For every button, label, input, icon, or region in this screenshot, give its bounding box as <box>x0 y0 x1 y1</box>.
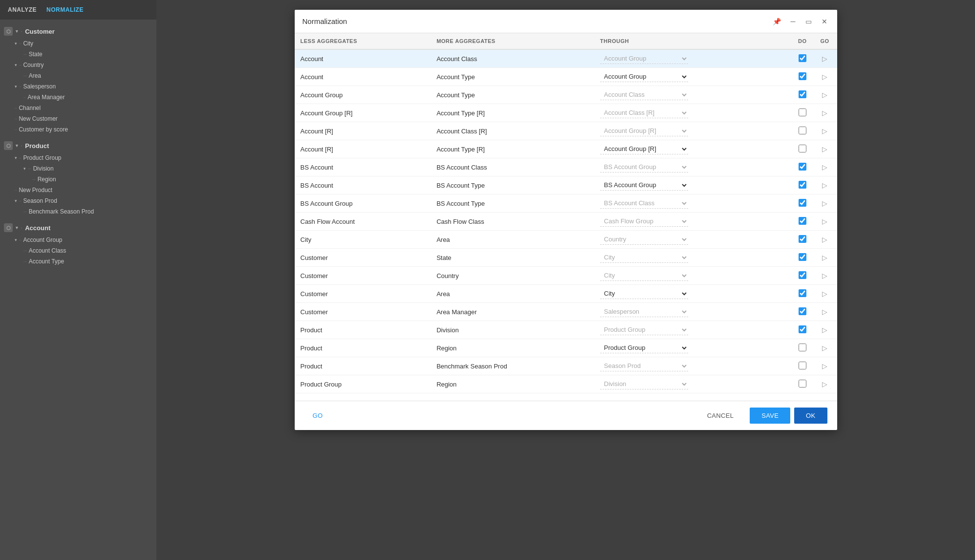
sidebar-item-product[interactable]: ⬡ ▾ · Product <box>0 139 156 152</box>
through-cell[interactable]: Account Group <box>594 49 792 68</box>
do-cell[interactable] <box>792 176 813 194</box>
do-checkbox[interactable] <box>799 253 806 261</box>
through-cell[interactable]: Account Group [R] <box>594 122 792 140</box>
go-arrow-icon[interactable]: ▷ <box>822 326 827 334</box>
close-button[interactable]: ✕ <box>820 17 829 26</box>
through-cell[interactable]: City <box>594 285 792 303</box>
go-cell[interactable]: ▷ <box>813 176 837 194</box>
go-cell[interactable]: ▷ <box>813 285 837 303</box>
restore-button[interactable]: ▭ <box>803 17 814 26</box>
go-arrow-icon[interactable]: ▷ <box>822 362 827 370</box>
sidebar-item-customer-score[interactable]: ·· Customer by score <box>0 124 156 135</box>
do-cell[interactable] <box>792 249 813 267</box>
through-cell[interactable]: Account Group [R] <box>594 140 792 158</box>
sidebar-item-area[interactable]: ··· Area <box>0 70 156 81</box>
sidebar-item-region[interactable]: ··· Region <box>0 174 156 185</box>
go-arrow-icon[interactable]: ▷ <box>822 91 827 99</box>
nav-normalize[interactable]: NORMALIZE <box>46 6 84 13</box>
do-checkbox[interactable] <box>799 217 806 225</box>
sidebar-item-area-manager[interactable]: ·· Area Manager <box>0 92 156 103</box>
go-arrow-icon[interactable]: ▷ <box>822 272 827 280</box>
go-cell[interactable]: ▷ <box>813 68 837 86</box>
sidebar-item-salesperson[interactable]: ▾ ·· Salesperson <box>0 81 156 92</box>
sidebar-item-account[interactable]: ⬡ ▾ · Account <box>0 221 156 235</box>
go-cell[interactable]: ▷ <box>813 158 837 176</box>
go-arrow-icon[interactable]: ▷ <box>822 380 827 388</box>
through-select[interactable]: City <box>600 252 688 263</box>
go-arrow-icon[interactable]: ▷ <box>822 199 827 207</box>
through-select[interactable]: Cash Flow Group <box>600 216 688 227</box>
go-cell[interactable]: ▷ <box>813 194 837 213</box>
do-checkbox[interactable] <box>799 127 806 134</box>
do-cell[interactable] <box>792 213 813 231</box>
through-cell[interactable]: Product Group <box>594 321 792 339</box>
go-cell[interactable]: ▷ <box>813 375 837 393</box>
go-cell[interactable]: ▷ <box>813 49 837 68</box>
ok-button[interactable]: OK <box>794 408 827 424</box>
minimize-button[interactable]: ─ <box>789 17 798 26</box>
sidebar-item-new-customer[interactable]: ·· New Customer <box>0 113 156 124</box>
through-select[interactable]: Division <box>600 379 688 389</box>
do-cell[interactable] <box>792 375 813 393</box>
through-cell[interactable]: Country <box>594 231 792 249</box>
do-checkbox[interactable] <box>799 380 806 388</box>
through-select[interactable]: Account Group <box>600 71 688 82</box>
go-cell[interactable]: ▷ <box>813 249 837 267</box>
through-cell[interactable]: Division <box>594 375 792 393</box>
go-arrow-icon[interactable]: ▷ <box>822 163 827 171</box>
do-cell[interactable] <box>792 339 813 357</box>
go-cell[interactable]: ▷ <box>813 213 837 231</box>
do-checkbox[interactable] <box>799 344 806 351</box>
do-cell[interactable] <box>792 140 813 158</box>
go-cell[interactable]: ▷ <box>813 122 837 140</box>
through-cell[interactable]: BS Account Group <box>594 176 792 194</box>
go-cell[interactable]: ▷ <box>813 303 837 321</box>
sidebar-item-division[interactable]: ▾ ··· Division <box>0 163 156 174</box>
do-cell[interactable] <box>792 285 813 303</box>
through-select[interactable]: Account Group [R] <box>600 126 688 136</box>
do-checkbox[interactable] <box>799 289 806 297</box>
through-select[interactable]: Product Group <box>600 324 688 335</box>
go-cell[interactable]: ▷ <box>813 321 837 339</box>
through-cell[interactable]: Salesperson <box>594 303 792 321</box>
through-cell[interactable]: Account Group <box>594 68 792 86</box>
go-cell[interactable]: ▷ <box>813 86 837 104</box>
do-checkbox[interactable] <box>799 362 806 369</box>
sidebar-item-customer[interactable]: ⬡ ▾ · Customer <box>0 24 156 38</box>
sidebar-item-account-group[interactable]: ▾ ·· Account Group <box>0 235 156 245</box>
do-cell[interactable] <box>792 357 813 375</box>
through-select[interactable]: Salesperson <box>600 306 688 317</box>
through-cell[interactable]: City <box>594 249 792 267</box>
go-button[interactable]: GO <box>304 408 331 424</box>
do-checkbox[interactable] <box>799 72 806 80</box>
go-cell[interactable]: ▷ <box>813 140 837 158</box>
sidebar-item-city[interactable]: ▾ ·· City <box>0 38 156 49</box>
do-cell[interactable] <box>792 158 813 176</box>
through-cell[interactable]: Account Class [R] <box>594 104 792 122</box>
do-checkbox[interactable] <box>799 307 806 315</box>
do-cell[interactable] <box>792 303 813 321</box>
sidebar-item-channel[interactable]: ·· Channel <box>0 103 156 113</box>
go-cell[interactable]: ▷ <box>813 339 837 357</box>
through-select[interactable]: Account Class [R] <box>600 108 688 118</box>
do-checkbox[interactable] <box>799 325 806 333</box>
do-checkbox[interactable] <box>799 108 806 116</box>
through-cell[interactable]: Cash Flow Group <box>594 213 792 231</box>
through-cell[interactable]: City <box>594 267 792 285</box>
through-select[interactable]: BS Account Group <box>600 162 688 172</box>
through-select[interactable]: BS Account Class <box>600 198 688 209</box>
save-button[interactable]: SAVE <box>750 408 790 424</box>
do-checkbox[interactable] <box>799 271 806 279</box>
through-select[interactable]: City <box>600 270 688 281</box>
pin-button[interactable]: 📌 <box>771 17 783 26</box>
do-checkbox[interactable] <box>799 181 806 189</box>
sidebar-item-account-class[interactable]: ··· Account Class <box>0 245 156 256</box>
sidebar-item-benchmark[interactable]: ··· Benchmark Season Prod <box>0 206 156 217</box>
sidebar-item-country[interactable]: ▾ ·· Country <box>0 60 156 70</box>
through-cell[interactable]: BS Account Class <box>594 194 792 213</box>
through-select[interactable]: Account Class <box>600 89 688 100</box>
go-arrow-icon[interactable]: ▷ <box>822 308 827 316</box>
do-checkbox[interactable] <box>799 90 806 98</box>
do-checkbox[interactable] <box>799 235 806 243</box>
go-cell[interactable]: ▷ <box>813 104 837 122</box>
